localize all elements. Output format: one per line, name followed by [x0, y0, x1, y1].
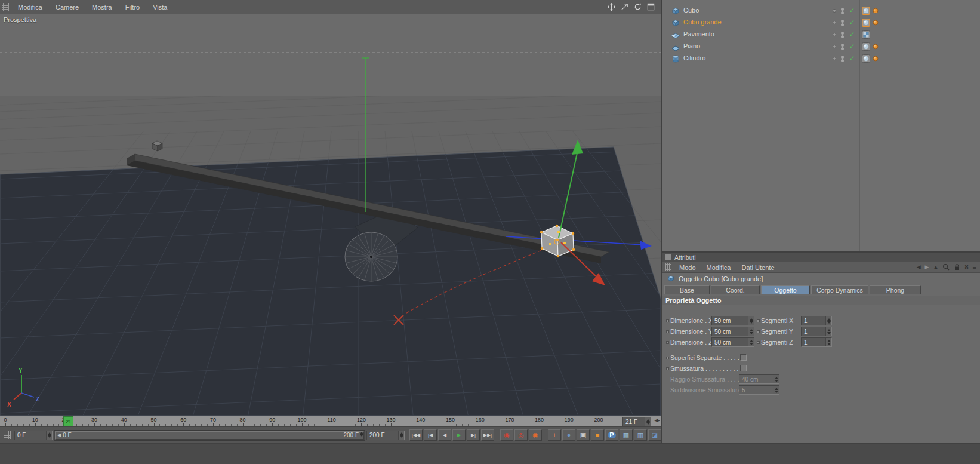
viewport-3d[interactable]: Y Z X: [0, 14, 661, 416]
segments-field[interactable]: 1: [801, 337, 832, 347]
record-autokey-button[interactable]: ◎: [514, 429, 528, 441]
up-icon[interactable]: ▲: [933, 265, 939, 270]
ruler-area[interactable]: 0102030405060708090100110120130140150160…: [0, 416, 618, 426]
key-marker-icon[interactable]: [757, 330, 760, 333]
drag-grip-icon[interactable]: [4, 431, 11, 439]
stepper-icon[interactable]: [46, 431, 52, 440]
layer-dot[interactable]: [833, 9, 836, 13]
lock-icon[interactable]: [954, 263, 960, 272]
grid-snap-button[interactable]: ▦: [620, 429, 633, 441]
stepper-icon[interactable]: [645, 417, 651, 426]
current-frame-field[interactable]: 21 F: [622, 417, 651, 426]
snap-toggle-button[interactable]: +: [548, 429, 561, 441]
dynamics-dot-tag[interactable]: [872, 7, 879, 15]
attributes-titlebar[interactable]: Attributi: [662, 253, 980, 262]
layer-dot[interactable]: [833, 57, 836, 60]
record-keyframe-button[interactable]: ◉: [500, 429, 513, 441]
visibility-dots-icon[interactable]: [841, 43, 844, 51]
attributes-menu-modifica[interactable]: Modifica: [701, 264, 736, 271]
key-marker-icon[interactable]: [666, 357, 669, 359]
pan-icon[interactable]: [607, 2, 616, 11]
range-left-arrow-icon[interactable]: ◀: [56, 432, 63, 438]
attributes-menu-dati-utente[interactable]: Dati Utente: [736, 264, 780, 271]
phong-tag[interactable]: [862, 42, 870, 51]
zoom-icon[interactable]: [620, 2, 629, 11]
timeline-ruler[interactable]: 0102030405060708090100110120130140150160…: [0, 416, 661, 426]
dynamics-dot-tag[interactable]: [872, 19, 879, 27]
visibility-dots-icon[interactable]: [841, 7, 844, 15]
ruler-scroll-arrows-icon[interactable]: ◀▶: [654, 418, 660, 423]
object-name[interactable]: Pavimento: [683, 30, 714, 38]
stepper-icon[interactable]: [748, 338, 754, 346]
timeline-layout-icon[interactable]: ◪: [648, 429, 661, 441]
preview-range-slider[interactable]: ◀ 0 F 200 F: [54, 430, 365, 441]
dimension-field[interactable]: 50 cm: [711, 327, 754, 336]
range-end-field[interactable]: 200 F: [366, 431, 405, 440]
stepper-icon[interactable]: [360, 432, 363, 439]
object-name[interactable]: Piano: [683, 42, 700, 50]
drag-grip-icon[interactable]: [665, 263, 671, 271]
viewport-menu-filtro[interactable]: Filtro: [119, 4, 146, 11]
dynamics-dot-tag[interactable]: [872, 42, 879, 51]
cylinder-object[interactable]: [345, 232, 397, 281]
object-row[interactable]: Pavimento✓: [662, 29, 980, 41]
object-name[interactable]: Cubo grande: [683, 19, 722, 26]
back-icon[interactable]: ◀: [917, 265, 921, 270]
dynamics-dot-tag[interactable]: [872, 54, 879, 63]
lock-workplane-button[interactable]: ■: [591, 429, 604, 441]
key-marker-icon[interactable]: [757, 319, 760, 322]
record-options-button[interactable]: ◉: [529, 429, 542, 441]
dimension-field[interactable]: 50 cm: [711, 316, 754, 325]
preview-range-handle[interactable]: ◀ 0 F 200 F: [55, 431, 364, 440]
enabled-check-icon[interactable]: ✓: [849, 19, 855, 26]
stepper-icon[interactable]: [748, 316, 754, 325]
object-row[interactable]: Cilindro✓: [662, 53, 980, 64]
key-marker-icon[interactable]: [666, 330, 669, 333]
stepper-icon[interactable]: [825, 327, 831, 336]
visibility-dots-icon[interactable]: [841, 55, 844, 63]
segments-field[interactable]: 1: [801, 327, 832, 336]
visibility-dots-icon[interactable]: [841, 31, 844, 39]
rotate-icon[interactable]: [633, 2, 642, 11]
stepper-icon[interactable]: [825, 316, 831, 325]
range-start-field[interactable]: 0 F: [14, 431, 53, 440]
phong-tag[interactable]: [862, 54, 870, 63]
workplane-button[interactable]: ▣: [577, 429, 590, 441]
object-row[interactable]: Cubo grande✓: [662, 17, 980, 29]
viewport-menu-camere[interactable]: Camere: [49, 4, 85, 11]
goto-end-button[interactable]: ▶▶|: [481, 429, 494, 441]
layer-dot[interactable]: [833, 33, 836, 36]
attributes-menu-modo[interactable]: Modo: [674, 264, 701, 271]
dimension-field[interactable]: 50 cm: [711, 337, 754, 347]
viewport-menu-modifica[interactable]: Modifica: [11, 4, 49, 11]
maximize-icon[interactable]: [646, 2, 655, 11]
enabled-check-icon[interactable]: ✓: [849, 30, 855, 38]
key-marker-icon[interactable]: [666, 367, 669, 370]
stepper-icon[interactable]: [825, 338, 831, 346]
quantize-button[interactable]: ●: [562, 429, 575, 441]
layer-dot[interactable]: [833, 45, 836, 48]
play-button[interactable]: ▶: [452, 429, 466, 441]
checkbox[interactable]: [740, 354, 747, 361]
tab-oggetto[interactable]: Oggetto: [761, 285, 810, 294]
drag-grip-icon[interactable]: [2, 3, 9, 11]
key-marker-icon[interactable]: [757, 341, 760, 344]
link-icon[interactable]: 8: [964, 264, 968, 271]
stepper-icon[interactable]: [398, 431, 404, 440]
parent-mode-button[interactable]: P: [605, 429, 618, 441]
tab-base[interactable]: Base: [664, 285, 710, 294]
key-marker-icon[interactable]: [666, 341, 669, 344]
goto-start-button[interactable]: |◀◀: [409, 429, 423, 441]
viewport-filter-button[interactable]: ▥: [634, 429, 647, 441]
tab-coord-[interactable]: Coord.: [711, 285, 760, 294]
object-name[interactable]: Cilindro: [683, 54, 705, 62]
object-name[interactable]: Cubo: [683, 7, 699, 14]
enabled-check-icon[interactable]: ✓: [849, 54, 855, 62]
key-marker-icon[interactable]: [666, 319, 669, 322]
compositing-tag[interactable]: [862, 30, 870, 39]
layer-dot[interactable]: [833, 21, 836, 24]
tab-phong[interactable]: Phong: [870, 285, 921, 294]
phong-selected-tag[interactable]: [862, 19, 870, 27]
checkbox[interactable]: [740, 365, 747, 371]
stepper-icon[interactable]: [748, 327, 754, 336]
